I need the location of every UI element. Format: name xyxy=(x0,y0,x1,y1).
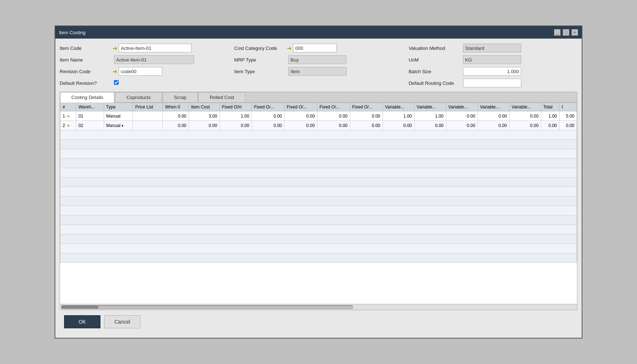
table-row-empty xyxy=(60,159,577,168)
cell-fixed-oh2: 0.00 xyxy=(252,121,284,130)
form-col-3: Valuation Method UoM Batch Size Default … xyxy=(409,43,577,88)
table-container: # Wareh... Type Price List When 0 Item C… xyxy=(60,103,577,304)
cell-warehouse: 01 xyxy=(76,111,104,121)
item-type-input xyxy=(288,67,347,76)
tab-rolled-cost[interactable]: Rolled Cost xyxy=(198,92,245,102)
item-name-label: Item Name xyxy=(60,57,112,63)
tab-scrap[interactable]: Scrap xyxy=(163,92,198,102)
form-col-2: Cost Category Code ➜ MRP Type Item Type xyxy=(234,43,403,88)
costing-table: # Wareh... Type Price List When 0 Item C… xyxy=(60,103,577,263)
default-routing-input[interactable] xyxy=(463,79,521,87)
col-variable1: Variable... xyxy=(383,103,414,111)
table-row[interactable]: 2 ➜ 02 Manual ▾ 0.00 0.00 0.00 0.00 0.00… xyxy=(60,121,577,130)
table-row-empty xyxy=(60,197,577,206)
mrp-type-label: MRP Type xyxy=(234,57,287,63)
table-row-empty xyxy=(60,244,577,253)
minimize-button[interactable]: _ xyxy=(554,29,561,36)
form-col-1: Item Code ➜ Item Name Revision Code ➜ De… xyxy=(60,43,228,88)
valuation-method-row: Valuation Method xyxy=(409,43,577,53)
mrp-type-input xyxy=(288,55,347,64)
cell-fixed-oh4: 0.00 xyxy=(317,121,350,130)
cell-variable3: 0.00 xyxy=(446,111,478,121)
col-type: Type xyxy=(104,103,133,111)
valuation-method-label: Valuation Method xyxy=(409,46,462,51)
tab-costing-details[interactable]: Costing Details xyxy=(60,92,114,103)
batch-size-input[interactable] xyxy=(463,67,521,76)
tabs-container: Costing Details Coproducts Scrap Rolled … xyxy=(60,92,577,310)
cell-fixed-oh3: 0.00 xyxy=(284,121,317,130)
cell-num: 1 ➜ xyxy=(60,111,76,121)
cell-warehouse: 02 xyxy=(76,121,104,130)
table-row-empty xyxy=(60,206,577,215)
cost-category-input[interactable] xyxy=(293,44,337,52)
maximize-button[interactable]: □ xyxy=(563,29,569,36)
table-row[interactable]: 1 ➜ 01 Manual 0.00 3.00 1.00 0.00 0.00 0… xyxy=(60,111,577,121)
cell-fixed-oh1: 0.00 xyxy=(219,121,252,130)
col-when-0: When 0 xyxy=(163,103,189,111)
item-name-row: Item Name xyxy=(60,55,228,65)
table-row-empty xyxy=(60,140,577,149)
default-revision-checkbox[interactable] xyxy=(114,80,119,85)
col-variable4: Variable... xyxy=(478,103,509,111)
default-revision-row: Default Revision? xyxy=(60,78,228,88)
cell-fixed-oh5: 0.00 xyxy=(350,121,383,130)
cell-variable3: 0.00 xyxy=(446,121,478,130)
cost-category-arrow-icon: ➜ xyxy=(287,45,292,52)
cell-last: 5.00 xyxy=(559,111,577,121)
batch-size-row: Batch Size xyxy=(409,66,577,76)
cost-category-row: Cost Category Code ➜ xyxy=(234,43,403,53)
cell-fixed-oh1: 1.00 xyxy=(219,111,252,121)
col-variable3: Variable... xyxy=(446,103,478,111)
footer: OK Cancel xyxy=(60,310,577,333)
cell-price-list xyxy=(133,121,163,130)
window-content: Item Code ➜ Item Name Revision Code ➜ De… xyxy=(55,39,582,338)
batch-size-label: Batch Size xyxy=(409,69,462,74)
cell-variable5: 0.00 xyxy=(509,121,541,130)
col-warehouse: Wareh... xyxy=(76,103,104,111)
scrollbar-track[interactable] xyxy=(62,305,353,309)
cell-variable1: 1.00 xyxy=(383,111,414,121)
col-price-list: Price List xyxy=(133,103,163,111)
tab-coproducts[interactable]: Coproducts xyxy=(115,92,162,102)
ok-button[interactable]: OK xyxy=(64,315,100,328)
cell-price-list xyxy=(133,111,163,121)
tab-bar: Costing Details Coproducts Scrap Rolled … xyxy=(60,92,577,103)
item-code-arrow-icon: ➜ xyxy=(112,45,117,52)
cell-fixed-oh3: 0.00 xyxy=(284,111,317,121)
uom-row: UoM xyxy=(409,55,577,65)
cancel-button[interactable]: Cancel xyxy=(104,315,141,328)
main-window: Item Costing _ □ × Item Code ➜ Item Name xyxy=(55,25,582,339)
table-row-empty xyxy=(60,225,577,234)
cell-type: Manual ▾ xyxy=(104,121,133,130)
cell-fixed-oh2: 0.00 xyxy=(252,111,284,121)
cell-variable2: 1.00 xyxy=(414,111,446,121)
close-button[interactable]: × xyxy=(571,29,578,36)
col-fixed-oh2: Fixed O/... xyxy=(252,103,284,111)
item-type-label: Item Type xyxy=(234,69,287,74)
horizontal-scrollbar[interactable] xyxy=(60,304,577,310)
cell-type: Manual xyxy=(104,111,133,121)
scrollbar-thumb[interactable] xyxy=(62,306,98,309)
valuation-method-input xyxy=(463,44,521,52)
table-row-empty xyxy=(60,253,577,263)
revision-code-label: Revision Code xyxy=(60,69,112,74)
table-row-empty xyxy=(60,234,577,244)
item-code-input[interactable] xyxy=(119,44,191,52)
cell-total: 1.00 xyxy=(541,111,559,121)
revision-code-input[interactable] xyxy=(119,67,162,76)
cell-variable4: 0.00 xyxy=(478,121,509,130)
col-fixed-oh4: Fixed O/... xyxy=(317,103,350,111)
window-title: Item Costing xyxy=(59,30,86,35)
cell-item-cost: 0.00 xyxy=(189,121,220,130)
cell-when-0: 0.00 xyxy=(163,121,189,130)
table-header-row: # Wareh... Type Price List When 0 Item C… xyxy=(60,103,577,111)
cell-variable5: 0.00 xyxy=(509,111,541,121)
cell-item-cost: 3.00 xyxy=(189,111,220,121)
cell-variable1: 0.00 xyxy=(383,121,414,130)
revision-code-arrow-icon: ➜ xyxy=(112,68,117,75)
item-name-input xyxy=(114,55,194,64)
col-total: Total xyxy=(541,103,559,111)
col-item-cost: Item Cost xyxy=(189,103,220,111)
col-fixed-oh3: Fixed O/... xyxy=(284,103,317,111)
uom-label: UoM xyxy=(409,57,462,63)
